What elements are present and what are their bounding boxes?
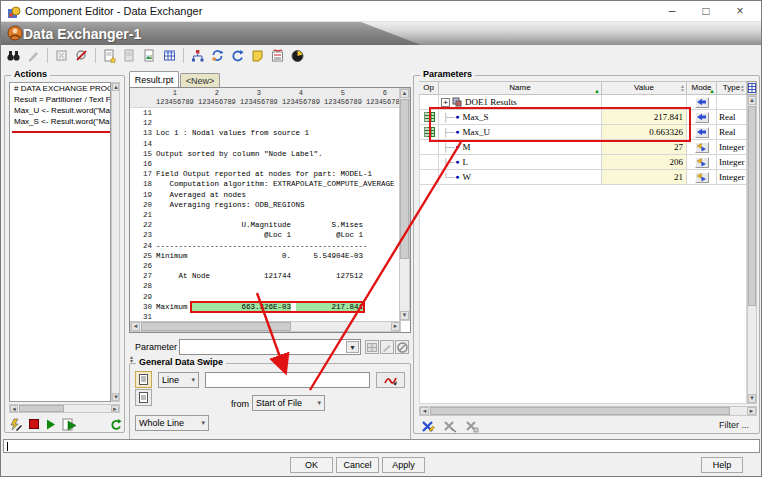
mode-input-output-icon[interactable] [695, 142, 709, 153]
stop-icon[interactable] [28, 419, 39, 430]
toolbar-separator [95, 48, 96, 63]
parameter-name: Max_S [463, 112, 489, 122]
parameter-bullet-icon: ● [455, 113, 459, 121]
report-vertical-scrollbar[interactable]: ▲ ▼ [399, 88, 410, 321]
toolbar-separator [47, 48, 48, 63]
chart-icon[interactable] [289, 47, 306, 64]
parameters-vertical-scrollbar[interactable]: ▲ ▼ [747, 95, 757, 404]
maximize-button[interactable]: □ [689, 1, 723, 21]
chevron-down-icon: ▾ [317, 399, 321, 407]
record-macro-icon[interactable] [9, 418, 22, 431]
image-report-icon[interactable] [141, 47, 158, 64]
column-chooser-button[interactable] [747, 81, 757, 95]
filter-link[interactable]: Filter ... [719, 420, 749, 430]
swipe-scope-combobox[interactable]: Whole Line▾ [135, 415, 209, 431]
parameter-type: Integer [717, 155, 747, 170]
mode-output-icon[interactable] [695, 112, 709, 123]
swipe-run-button[interactable] [376, 372, 405, 388]
toolbar-separator [183, 48, 184, 63]
swipe-type-block-button[interactable] [135, 389, 152, 406]
cancel-button[interactable]: Cancel [336, 457, 379, 473]
parameters-horizontal-scrollbar[interactable]: ◄ ► [419, 406, 757, 416]
column-header-name[interactable]: Name▲ [439, 81, 602, 95]
zoom-off-icon[interactable] [73, 47, 90, 64]
swipe-from-combobox[interactable]: Start of File▾ [252, 395, 325, 411]
actions-horizontal-scrollbar[interactable]: ◄ ► [9, 404, 120, 413]
parameter-table-button[interactable] [365, 340, 379, 354]
actions-tree-icon[interactable] [189, 47, 206, 64]
select-icon[interactable] [53, 47, 70, 64]
delete-mapping-button[interactable] [442, 419, 458, 433]
parameter-clear-button[interactable] [395, 340, 409, 354]
parameter-value[interactable]: 0.663326 [602, 125, 687, 140]
results-group-icon [452, 97, 462, 107]
tab-result-rpt[interactable]: Result.rpt [129, 71, 179, 87]
edit-icon[interactable] [25, 47, 42, 64]
action-item-max-u[interactable]: Max_U <- Result.word("Max [10, 105, 110, 116]
run-icon[interactable] [45, 419, 56, 430]
annotation-box-report-values: 663.326E-03 217.841 [192, 303, 363, 311]
swipe-search-input[interactable] [205, 372, 370, 388]
close-button[interactable]: × [723, 1, 757, 21]
minimize-button[interactable]: – [655, 1, 689, 21]
report-icon[interactable] [121, 47, 138, 64]
parameter-value[interactable]: 27 [602, 140, 687, 155]
title-bar[interactable]: Component Editor - Data Exchanger – □ × [1, 1, 761, 22]
app-icon [7, 5, 21, 19]
delete-parameter-button[interactable] [420, 419, 436, 433]
parameter-edit-button[interactable] [380, 340, 394, 354]
report-viewer[interactable]: 1 2 3 4 5 6123456789 123456789 123456789… [129, 87, 411, 333]
parameter-dropdown-button[interactable]: ▼ [346, 341, 359, 353]
column-header-mode[interactable]: Mode▲ [687, 81, 717, 95]
actions-list[interactable]: # DATA EXCHANGE PROG Result = Partitione… [9, 82, 111, 402]
apply-button[interactable]: Apply [382, 457, 425, 473]
note-icon[interactable] [249, 47, 266, 64]
find-icon[interactable] [5, 47, 22, 64]
action-item-program[interactable]: # DATA EXCHANGE PROG [10, 83, 110, 94]
swipe-mode-combobox[interactable]: Line▾ [158, 372, 199, 388]
window-title: Component Editor - Data Exchanger [25, 5, 202, 17]
report-horizontal-scrollbar[interactable]: ◄ ► [130, 321, 401, 332]
parameter-label: Parameter [135, 342, 177, 352]
new-report-icon[interactable] [101, 47, 118, 64]
table-report-icon[interactable] [161, 47, 178, 64]
splitter-collapse-control[interactable]: ▴▾ [130, 355, 133, 363]
column-ruler: 1 2 3 4 5 6123456789 123456789 123456789… [130, 88, 399, 108]
ok-button[interactable]: OK [290, 457, 333, 473]
action-item-max-s[interactable]: Max_S <- Result.word("Max [10, 116, 110, 127]
parameter-name: L [463, 157, 469, 167]
mode-input-output-icon[interactable] [695, 172, 709, 183]
group-name: DOE1 Results [465, 97, 517, 107]
sync-icon[interactable] [209, 47, 226, 64]
parameter-value[interactable]: 21 [602, 170, 687, 185]
help-button[interactable]: Help [701, 457, 743, 473]
mode-input-output-icon[interactable] [695, 157, 709, 168]
tab-new[interactable]: <New> [180, 73, 220, 87]
report-maximum-line: Maximum 663.326E-03 217.841 [156, 302, 395, 312]
refresh-icon[interactable] [229, 47, 246, 64]
tree-expand-icon[interactable]: + [441, 98, 450, 107]
command-input[interactable] [3, 439, 760, 453]
actions-vertical-scrollbar[interactable]: ▲ ▼ [111, 82, 120, 402]
chevron-down-icon: ▾ [201, 419, 205, 427]
data-exchanger-icon [7, 25, 23, 41]
grid-icon [367, 343, 377, 352]
swipe-icon [384, 375, 397, 386]
parameter-value[interactable]: 206 [602, 155, 687, 170]
grid-icon [748, 83, 756, 93]
action-item-result[interactable]: Result = Partitioner / Text F [10, 94, 110, 105]
column-header-type[interactable]: Type▲▼ [717, 81, 747, 95]
tree-branch: ├─ [443, 128, 454, 137]
parameter-combobox[interactable]: ▼ [179, 339, 361, 355]
from-label: from [231, 399, 249, 409]
delete-all-mappings-button[interactable] [464, 419, 480, 433]
parameter-value[interactable]: 217.841 [602, 110, 687, 125]
rerun-icon[interactable] [109, 418, 122, 431]
swipe-type-line-button[interactable] [135, 371, 152, 388]
line-number-gutter: 11 12 13 14 15 16 17 18 19 20 21 22 23 2… [130, 108, 152, 322]
export-report-icon[interactable] [269, 47, 286, 64]
mode-output-icon[interactable] [695, 127, 709, 138]
run-file-icon[interactable] [62, 418, 77, 431]
column-header-op[interactable]: Op [419, 81, 439, 95]
column-header-value[interactable]: Value▲▼ [602, 81, 687, 95]
